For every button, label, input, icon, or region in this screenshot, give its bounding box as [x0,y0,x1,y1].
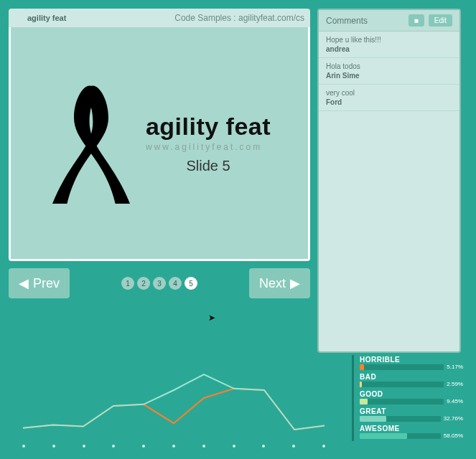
prev-button[interactable]: ◀ Prev [9,268,70,298]
chevron-left-icon: ◀ [19,275,29,291]
rating-bar: 9.45% [360,398,463,404]
rating-bar: 5.17% [360,364,463,370]
comments-list: Hope u like this!!!andreaHola todosArin … [319,32,459,111]
slide-content: agility feat www.agilityfeat.com Slide 5 [48,79,271,208]
rating-pct: 32.76% [444,415,463,422]
next-button[interactable]: Next ▶ [249,268,310,298]
rating-label: GREAT [360,407,463,415]
next-label: Next [259,276,286,291]
prev-label: Prev [33,276,60,291]
header-subtitle: Code Samples : agilityfeat.com/cs [174,13,304,23]
rating-bar: 2.59% [360,381,463,387]
rating-label: GOOD [360,390,463,398]
rating-label: HORRIBLE [360,356,463,364]
brand-small-text: agility feat [27,14,66,22]
comments-header: Comments ■ Edit [319,10,459,32]
rating-row-bad: BAD2.59% [354,372,463,389]
chart-ticks [9,445,339,448]
pager-dot-4[interactable]: 4 [169,277,182,290]
pager-dot-5[interactable]: 5 [185,277,197,290]
comment-text: very cool [326,89,452,97]
slide-body: agility feat www.agilityfeat.com Slide 5 [9,27,310,261]
comment-item: Hola todosArin Sime [319,58,459,85]
rating-pct: 2.59% [447,381,463,387]
rating-bar: 58.05% [360,432,463,439]
speech-icon: ■ [414,16,419,24]
ribbon-icon [14,13,24,23]
rating-bar: 32.76% [360,415,463,422]
rating-row-great: GREAT32.76% [354,407,463,424]
rating-label: AWESOME [360,425,463,432]
nav-row: ◀ Prev 12345 Next ▶ [9,268,310,298]
rating-pct: 5.17% [447,364,463,370]
comment-item: very coolFord [319,85,459,111]
rating-pct: 9.45% [447,398,463,404]
brand-url: www.agilityfeat.com [146,142,262,152]
pager-dot-3[interactable]: 3 [153,277,166,290]
comment-text: Hope u like this!!! [326,36,452,44]
comment-item: Hope u like this!!!andrea [319,32,459,58]
ratings-panel: HORRIBLE5.17%BAD2.59%GOOD9.45%GREAT32.76… [352,355,463,441]
comments-toggle-button[interactable]: ■ [409,14,424,27]
edit-button[interactable]: Edit [429,14,452,27]
chart-series-teal [23,374,325,430]
comment-text: Hola todos [326,62,452,70]
rating-row-horrible: HORRIBLE5.17% [354,355,463,372]
slide-label: Slide 5 [186,158,230,174]
rating-label: BAD [360,373,463,381]
brand-stack: agility feat www.agilityfeat.com Slide 5 [146,113,271,174]
comment-author: Arin Sime [326,72,452,80]
rating-row-good: GOOD9.45% [354,389,463,407]
line-chart [9,344,339,452]
pager-dot-2[interactable]: 2 [137,277,150,290]
comments-panel: Comments ■ Edit Hope u like this!!!andre… [317,9,461,353]
chevron-right-icon: ▶ [290,275,300,291]
edit-label: Edit [434,16,447,24]
rating-pct: 58.05% [444,432,463,439]
slide-panel: agility feat Code Samples : agilityfeat.… [9,9,310,298]
brand-title: agility feat [146,113,271,141]
pager: 12345 [121,277,197,290]
pager-dot-1[interactable]: 1 [121,277,134,290]
rating-row-awesome: AWESOME58.05% [354,424,463,441]
slide-header: agility feat Code Samples : agilityfeat.… [9,9,310,27]
comment-author: Ford [326,98,452,106]
comment-author: andrea [326,45,452,53]
brand-small: agility feat [14,13,66,23]
mouse-cursor-icon: ➤ [208,313,215,323]
ribbon-icon [48,79,134,208]
comments-title: Comments [326,16,368,26]
